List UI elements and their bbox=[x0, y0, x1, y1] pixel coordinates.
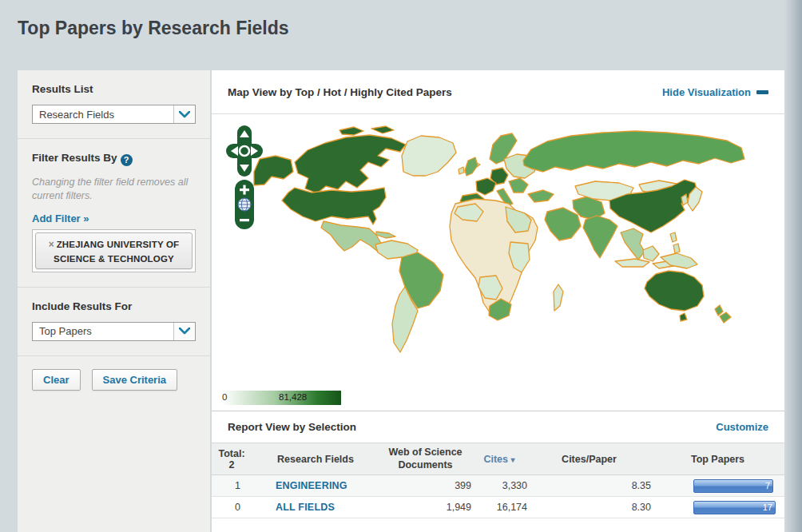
table-row: 1 ENGINEERING 399 3,330 8.35 7 bbox=[212, 475, 784, 497]
research-field-link[interactable]: ENGINEERING bbox=[276, 480, 347, 491]
row-cites: 16,174 bbox=[471, 502, 527, 513]
filter-note: Changing the filter field removes all cu… bbox=[32, 176, 196, 203]
chevron-down-icon[interactable] bbox=[173, 105, 195, 123]
table-row: 0 ALL FIELDS 1,949 16,174 8.30 17 bbox=[212, 497, 784, 518]
globe-icon bbox=[238, 198, 251, 211]
world-map[interactable] bbox=[212, 114, 784, 411]
include-results-label: Include Results For bbox=[32, 300, 196, 312]
header-top-papers[interactable]: Top Papers bbox=[651, 454, 784, 465]
header-documents[interactable]: Web of Science Documents bbox=[379, 443, 471, 474]
header-research-fields[interactable]: Research Fields bbox=[252, 454, 379, 465]
chevron-down-icon[interactable] bbox=[173, 323, 195, 340]
filter-chip-box: ×ZHEJIANG UNIVERSITY OF SCIENCE & TECHNO… bbox=[32, 229, 196, 272]
visualization-panel: Map View by Top / Hot / Highly Cited Pap… bbox=[212, 70, 784, 532]
report-header: Report View by Selection Customize bbox=[212, 411, 784, 443]
row-cites-per-paper: 8.30 bbox=[527, 502, 651, 513]
filters-sidebar: Results List Research Fields Filter Resu… bbox=[18, 70, 210, 532]
hide-visualization-link[interactable]: Hide Visualization bbox=[662, 86, 768, 98]
header-total: Total: 2 bbox=[212, 448, 252, 470]
map-pan-control[interactable] bbox=[226, 125, 263, 177]
research-field-link[interactable]: ALL FIELDS bbox=[276, 502, 335, 513]
zoom-out-button bbox=[240, 219, 249, 221]
main-content: Results List Research Fields Filter Resu… bbox=[18, 70, 784, 532]
remove-filter-icon[interactable]: × bbox=[49, 239, 54, 250]
include-results-selected-value: Top Papers bbox=[33, 325, 173, 337]
sidebar-buttons: Clear Save Criteria bbox=[18, 356, 210, 403]
header-cites-per-paper[interactable]: Cites/Paper bbox=[527, 454, 651, 465]
results-list-select[interactable]: Research Fields bbox=[32, 105, 196, 124]
save-criteria-button[interactable]: Save Criteria bbox=[92, 369, 178, 391]
top-papers-bar: 17 bbox=[693, 501, 776, 514]
clear-button[interactable]: Clear bbox=[32, 369, 81, 391]
results-list-selected-value: Research Fields bbox=[33, 109, 173, 121]
filter-results-label: Filter Results By bbox=[32, 152, 117, 164]
results-list-section: Results List Research Fields bbox=[18, 70, 210, 139]
legend-min-value: 0 bbox=[222, 392, 227, 402]
legend-max-value: 81,428 bbox=[279, 392, 307, 402]
page-edge-shade bbox=[784, 0, 802, 532]
report-title: Report View by Selection bbox=[228, 421, 356, 433]
header-cites[interactable]: Cites ▾ bbox=[471, 454, 527, 465]
map-panel-title: Map View by Top / Hot / Highly Cited Pap… bbox=[228, 86, 452, 98]
results-list-label: Results List bbox=[32, 83, 196, 95]
row-cites: 3,330 bbox=[471, 480, 527, 491]
add-filter-link[interactable]: Add Filter » bbox=[32, 212, 89, 224]
include-results-section: Include Results For Top Papers bbox=[18, 288, 210, 356]
map-zoom-control[interactable] bbox=[235, 180, 254, 229]
map-region: 0 81,428 bbox=[212, 114, 784, 411]
table-header-row: Total: 2 Research Fields Web of Science … bbox=[212, 443, 784, 475]
filter-chip[interactable]: ×ZHEJIANG UNIVERSITY OF SCIENCE & TECHNO… bbox=[35, 232, 193, 269]
map-panel-header: Map View by Top / Hot / Highly Cited Pap… bbox=[212, 70, 784, 114]
filter-results-section: Filter Results By? Changing the filter f… bbox=[18, 139, 210, 288]
customize-link[interactable]: Customize bbox=[716, 421, 768, 433]
include-results-select[interactable]: Top Papers bbox=[32, 322, 196, 341]
top-papers-bar: 7 bbox=[693, 479, 773, 493]
filter-chip-label: ZHEJIANG UNIVERSITY OF SCIENCE & TECHNOL… bbox=[54, 240, 179, 264]
map-legend-gradient: 0 81,428 bbox=[220, 391, 341, 405]
row-documents: 399 bbox=[379, 480, 471, 491]
row-count: 0 bbox=[212, 502, 252, 513]
row-count: 1 bbox=[212, 480, 252, 491]
minus-icon bbox=[756, 90, 768, 94]
row-cites-per-paper: 8.35 bbox=[527, 480, 651, 491]
row-documents: 1,949 bbox=[379, 502, 471, 513]
page-title: Top Papers by Research Fields bbox=[18, 18, 289, 39]
help-icon[interactable]: ? bbox=[121, 154, 133, 166]
sort-desc-icon: ▾ bbox=[511, 455, 515, 464]
